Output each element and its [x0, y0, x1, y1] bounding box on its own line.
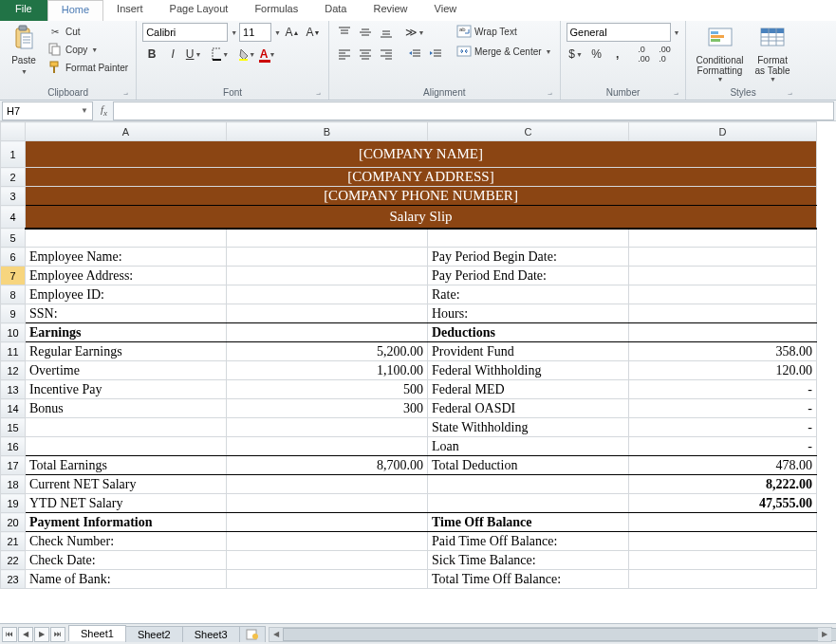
- underline-button[interactable]: U▼: [184, 45, 203, 64]
- horizontal-scrollbar[interactable]: ◀ ▶: [269, 627, 832, 642]
- comma-button[interactable]: ,: [608, 45, 627, 64]
- sheet-tab-2[interactable]: Sheet2: [125, 626, 183, 642]
- cell[interactable]: -: [629, 380, 816, 398]
- cell[interactable]: 358.00: [629, 342, 816, 360]
- cell[interactable]: 300: [227, 399, 427, 417]
- merge-center-button[interactable]: Merge & Center ▼: [455, 43, 554, 60]
- cell[interactable]: Regular Earnings: [26, 342, 226, 360]
- row-header[interactable]: 5: [1, 229, 26, 248]
- tab-view[interactable]: View: [421, 0, 471, 21]
- cell[interactable]: SSN:: [26, 304, 226, 322]
- cell[interactable]: 8,222.00: [629, 475, 816, 493]
- cell[interactable]: -: [629, 399, 816, 417]
- cell[interactable]: Paid Time Off Balance:: [428, 532, 628, 550]
- cell[interactable]: Bonus: [26, 399, 226, 417]
- shrink-font-button[interactable]: A▼: [304, 23, 323, 42]
- cell[interactable]: Federal MED: [428, 380, 628, 398]
- row-header[interactable]: 20: [1, 513, 26, 532]
- cell[interactable]: Total Time Off Balance:: [428, 570, 628, 588]
- scroll-thumb[interactable]: [283, 628, 836, 641]
- fill-color-button[interactable]: ▼: [237, 45, 256, 64]
- sheet-nav-prev[interactable]: ◀: [18, 627, 33, 642]
- cell[interactable]: Provident Fund: [428, 342, 628, 360]
- row-header[interactable]: 18: [1, 475, 26, 494]
- percent-button[interactable]: %: [587, 45, 606, 64]
- cell[interactable]: Time Off Balance: [428, 513, 628, 531]
- row-header[interactable]: 10: [1, 323, 26, 342]
- cell[interactable]: Current NET Salary: [26, 475, 226, 493]
- row-header[interactable]: 21: [1, 532, 26, 551]
- fx-icon[interactable]: fx: [95, 103, 113, 118]
- cell[interactable]: Check Number:: [26, 532, 226, 550]
- accounting-format-button[interactable]: $▼: [567, 45, 585, 64]
- row-header[interactable]: 1: [1, 141, 26, 168]
- cell[interactable]: 478.00: [629, 456, 816, 474]
- font-color-button[interactable]: A▼: [258, 45, 277, 64]
- align-right-button[interactable]: [377, 45, 396, 64]
- grow-font-button[interactable]: A▲: [283, 23, 302, 42]
- tab-review[interactable]: Review: [360, 0, 420, 21]
- cell[interactable]: Employee Address:: [26, 267, 226, 285]
- row-header[interactable]: 12: [1, 361, 26, 380]
- new-sheet-button[interactable]: [239, 626, 266, 642]
- align-bottom-button[interactable]: [377, 23, 396, 42]
- cell[interactable]: Total Deduction: [428, 456, 628, 474]
- number-format-combo[interactable]: [567, 23, 671, 42]
- sheet-tab-1[interactable]: Sheet1: [68, 625, 126, 641]
- conditional-formatting-button[interactable]: Conditional Formatting▼: [692, 23, 747, 84]
- cell[interactable]: Pay Period Begin Date:: [428, 248, 628, 266]
- row-header[interactable]: 19: [1, 494, 26, 513]
- row-header[interactable]: 23: [1, 570, 26, 589]
- cell[interactable]: 5,200.00: [227, 342, 427, 360]
- cell[interactable]: 47,555.00: [629, 494, 816, 512]
- cell[interactable]: [COMPANY NAME]: [26, 141, 816, 167]
- tab-insert[interactable]: Insert: [103, 0, 157, 21]
- worksheet-grid[interactable]: A B C D 1[COMPANY NAME] 2[COMPANY ADDRES…: [0, 121, 836, 600]
- col-header-B[interactable]: B: [227, 122, 428, 141]
- select-all-corner[interactable]: [1, 122, 26, 141]
- tab-data[interactable]: Data: [311, 0, 360, 21]
- col-header-C[interactable]: C: [428, 122, 629, 141]
- font-name-combo[interactable]: [142, 23, 228, 42]
- cell[interactable]: Sick Time Balance:: [428, 551, 628, 569]
- row-header[interactable]: 3: [1, 187, 26, 206]
- orientation-button[interactable]: ≫▼: [405, 23, 424, 42]
- cell[interactable]: State Withholding: [428, 418, 628, 436]
- row-header[interactable]: 16: [1, 437, 26, 456]
- tab-formulas[interactable]: Formulas: [241, 0, 311, 21]
- tab-page-layout[interactable]: Page Layout: [157, 0, 242, 21]
- row-header[interactable]: 8: [1, 285, 26, 304]
- cell[interactable]: Name of Bank:: [26, 570, 226, 588]
- row-header[interactable]: 17: [1, 456, 26, 475]
- cell[interactable]: Salary Slip: [26, 206, 816, 228]
- cell[interactable]: Overtime: [26, 361, 226, 379]
- scroll-left-button[interactable]: ◀: [269, 628, 283, 641]
- row-header[interactable]: 6: [1, 248, 26, 267]
- row-header[interactable]: 2: [1, 168, 26, 187]
- name-box[interactable]: H7▼: [2, 101, 93, 120]
- row-header[interactable]: 9: [1, 304, 26, 323]
- font-size-combo[interactable]: [239, 23, 271, 42]
- cell[interactable]: Total Earnings: [26, 456, 226, 474]
- copy-button[interactable]: Copy ▼: [46, 41, 130, 58]
- cell[interactable]: 8,700.00: [227, 456, 427, 474]
- cell[interactable]: 120.00: [629, 361, 816, 379]
- cell[interactable]: [COMPANY PHONE NUMBER]: [26, 187, 816, 205]
- row-header[interactable]: 7: [1, 267, 26, 285]
- tab-file[interactable]: File: [0, 0, 47, 21]
- col-header-D[interactable]: D: [629, 122, 817, 141]
- scroll-right-button[interactable]: ▶: [818, 628, 831, 641]
- cell[interactable]: Loan: [428, 437, 628, 455]
- align-left-button[interactable]: [335, 45, 354, 64]
- row-header[interactable]: 15: [1, 418, 26, 437]
- cell[interactable]: Rate:: [428, 285, 628, 304]
- cell[interactable]: Pay Period End Date:: [428, 267, 628, 285]
- cut-button[interactable]: ✂Cut: [46, 23, 130, 40]
- row-header[interactable]: 13: [1, 380, 26, 399]
- increase-decimal-button[interactable]: .0.00: [635, 45, 654, 64]
- italic-button[interactable]: I: [163, 45, 182, 64]
- tab-home[interactable]: Home: [47, 0, 103, 21]
- decrease-indent-button[interactable]: [405, 45, 424, 64]
- align-top-button[interactable]: [335, 23, 354, 42]
- border-button[interactable]: ▼: [211, 45, 230, 64]
